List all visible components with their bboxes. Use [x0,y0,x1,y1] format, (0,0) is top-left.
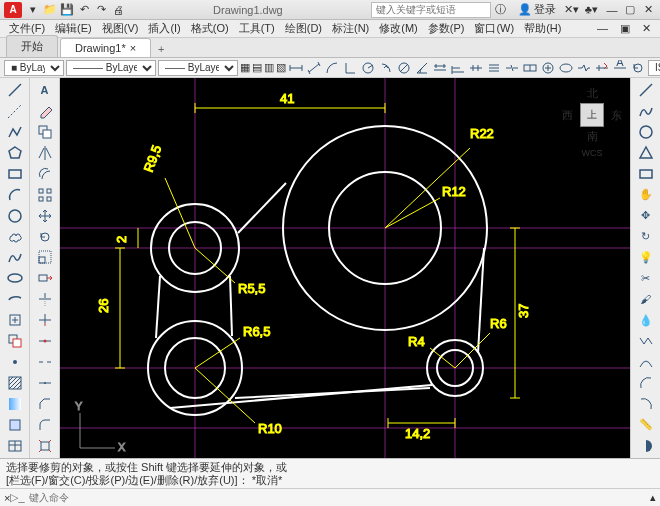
search-input[interactable] [371,2,491,18]
menu-view[interactable]: 视图(V) [99,20,142,37]
add-tab-button[interactable]: + [153,41,169,57]
r-cut-tool[interactable]: ✂ [634,268,658,288]
mtext-tool[interactable]: A [33,80,57,100]
polygon-tool[interactable] [3,143,27,163]
dim-continue-icon[interactable] [468,60,484,76]
dim-jogline-icon[interactable] [576,60,592,76]
doc-minimize-button[interactable]: — [594,21,611,36]
extend-tool[interactable] [33,310,57,330]
chamfer-tool[interactable] [33,394,57,414]
line-tool[interactable] [3,80,27,100]
layer3-icon[interactable]: ▥ [264,60,274,76]
dim-linear-icon[interactable] [288,60,304,76]
menu-dimension[interactable]: 标注(N) [329,20,372,37]
new-icon[interactable]: ▾ [26,3,40,17]
layer1-icon[interactable]: ▦ [240,60,250,76]
view-cube[interactable]: 北 西 上 东 南 WCS [562,86,622,158]
mirror-tool[interactable] [33,143,57,163]
r-eyedrop-tool[interactable]: 💧 [634,310,658,330]
make-block-tool[interactable] [3,331,27,351]
copy-tool[interactable] [33,122,57,142]
r-spline-tool[interactable] [634,101,658,121]
dim-space-icon[interactable] [486,60,502,76]
dim-jog-icon[interactable] [378,60,394,76]
arc-tool[interactable] [3,185,27,205]
trim-tool[interactable] [33,289,57,309]
ellipse-tool[interactable] [3,268,27,288]
dim-ordinate-icon[interactable] [342,60,358,76]
insert-block-tool[interactable] [3,310,27,330]
r-move-tool[interactable]: ✥ [634,206,658,226]
tab-drawing[interactable]: Drawing1*× [60,38,151,57]
dim-update-icon[interactable] [630,60,646,76]
table-tool[interactable] [3,436,27,456]
explode-tool[interactable] [33,436,57,456]
open-icon[interactable]: 📁 [43,3,57,17]
info-icon[interactable]: ⓘ [495,2,506,17]
r-rotate-tool[interactable]: ↻ [634,227,658,247]
save-icon[interactable]: 💾 [60,3,74,17]
array-tool[interactable] [33,185,57,205]
command-input[interactable] [29,492,650,503]
drawing-canvas[interactable]: 41 26 2 37 14,2 R22 R12 R9,5 R5,5 R6,5 R… [60,78,630,458]
undo-icon[interactable]: ↶ [77,3,91,17]
r-half-tool[interactable] [634,436,658,456]
break-tool[interactable] [33,352,57,372]
gradient-tool[interactable] [3,394,27,414]
dim-tedit-icon[interactable]: A [612,60,628,76]
dim-aligned-icon[interactable] [306,60,322,76]
layer2-icon[interactable]: ▤ [252,60,262,76]
dim-radius-icon[interactable] [360,60,376,76]
spline-tool[interactable] [3,248,27,268]
hatch-tool[interactable] [3,373,27,393]
move-tool[interactable] [33,206,57,226]
r-brush-tool[interactable]: 🖌 [634,289,658,309]
close-tab-icon[interactable]: × [130,42,136,54]
center-mark-icon[interactable] [540,60,556,76]
erase-tool[interactable] [33,101,57,121]
cloud-icon[interactable]: ♣▾ [585,3,598,16]
dim-break-icon[interactable] [504,60,520,76]
redo-icon[interactable]: ↷ [94,3,108,17]
tab-start[interactable]: 开始 [6,35,58,57]
menu-help[interactable]: 帮助(H) [521,20,564,37]
dim-angular-icon[interactable] [414,60,430,76]
r-light-tool[interactable]: 💡 [634,248,658,268]
r-arc-tool[interactable] [634,373,658,393]
rectangle-tool[interactable] [3,164,27,184]
offset-tool[interactable] [33,164,57,184]
maximize-button[interactable]: ▢ [622,3,638,17]
menu-edit[interactable]: 编辑(E) [52,20,95,37]
menu-modify[interactable]: 修改(M) [376,20,421,37]
r-circle-tool[interactable] [634,122,658,142]
point-tool[interactable] [3,352,27,372]
dim-arc-icon[interactable] [324,60,340,76]
join-tool[interactable] [33,373,57,393]
ellipse-arc-tool[interactable] [3,289,27,309]
r-arc2-tool[interactable] [634,394,658,414]
r-triangle-tool[interactable] [634,143,658,163]
menu-draw[interactable]: 绘图(D) [282,20,325,37]
minimize-button[interactable]: — [604,3,620,17]
r-zigzag-tool[interactable] [634,331,658,351]
rotate-tool[interactable] [33,227,57,247]
menu-param[interactable]: 参数(P) [425,20,468,37]
close-button[interactable]: ✕ [640,3,656,17]
color-select[interactable]: ■ ByLayer [4,60,64,76]
r-line-tool[interactable] [634,80,658,100]
menu-insert[interactable]: 插入(I) [145,20,183,37]
inspect-icon[interactable] [558,60,574,76]
print-icon[interactable]: 🖨 [111,3,125,17]
menu-tools[interactable]: 工具(T) [236,20,278,37]
linetype-select[interactable]: ——— ByLayer [66,60,156,76]
doc-close-button[interactable]: ✕ [639,21,654,36]
fillet-tool[interactable] [33,415,57,435]
dim-diameter-icon[interactable] [396,60,412,76]
dim-quick-icon[interactable] [432,60,448,76]
cmd-expand-icon[interactable]: ▴ [650,491,656,504]
menu-format[interactable]: 格式(O) [188,20,232,37]
dimstyle-select[interactable]: ISO-25 [648,60,660,76]
r-pan-tool[interactable]: ✋ [634,185,658,205]
r-measure-tool[interactable]: 📏 [634,415,658,435]
scale-tool[interactable] [33,248,57,268]
